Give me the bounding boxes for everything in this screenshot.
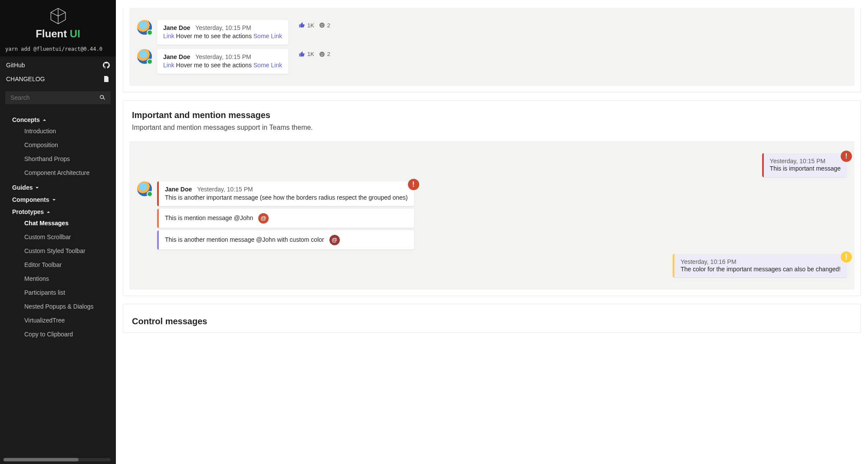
nav-item-participants-list[interactable]: Participants list xyxy=(0,286,116,299)
message-link[interactable]: Link xyxy=(163,33,174,39)
nav-item-introduction[interactable]: Introduction xyxy=(0,124,116,138)
chat-message: Jane Doe Yesterday, 10:15 PM Link Hover … xyxy=(137,49,847,74)
nav-group-concepts-label: Concepts xyxy=(12,116,40,123)
horizontal-scrollbar[interactable] xyxy=(3,458,111,461)
chat-bubble-mention[interactable]: This is mention message @John @ xyxy=(157,209,414,228)
message-link-2[interactable]: Some Link xyxy=(253,62,282,69)
search-input-wrap[interactable] xyxy=(5,91,111,104)
github-link[interactable]: GitHub xyxy=(0,58,116,72)
mention-badge-icon: @ xyxy=(258,213,269,224)
reaction-smile-count: 2 xyxy=(327,22,330,29)
install-command[interactable]: yarn add @fluentui/react@0.44.0 xyxy=(0,43,116,56)
reaction-smile[interactable]: 2 xyxy=(319,51,330,58)
chat-bubble-important[interactable]: Jane Doe Yesterday, 10:15 PM This is ano… xyxy=(157,181,414,206)
logo: Fluent UI xyxy=(5,7,111,40)
chat-message: Jane Doe Yesterday, 10:15 PM Link Hover … xyxy=(137,20,847,45)
changelog-link-label: CHANGELOG xyxy=(6,76,45,82)
avatar xyxy=(137,49,152,64)
chat-bubble-mention-custom[interactable]: This is another mention message @John wi… xyxy=(157,230,414,250)
message-body: Link Hover me to see the actions Some Li… xyxy=(163,61,282,69)
timestamp: Yesterday, 10:15 PM xyxy=(770,158,841,165)
product-name-a: Fluent xyxy=(36,28,67,39)
svg-point-5 xyxy=(322,53,323,54)
section-description: Important and mention messages support i… xyxy=(132,124,852,132)
nav-group-concepts[interactable]: Concepts xyxy=(0,112,116,124)
nav-item-component-architecture[interactable]: Component Architecture xyxy=(0,166,116,180)
section-title: Control messages xyxy=(132,316,852,326)
changelog-link[interactable]: CHANGELOG xyxy=(0,72,116,86)
message-text: This is important message xyxy=(770,165,841,173)
svg-point-4 xyxy=(321,53,322,54)
section-important-mention: Important and mention messages Important… xyxy=(123,100,861,296)
timestamp: Yesterday, 10:15 PM xyxy=(195,24,251,31)
message-link-2[interactable]: Some Link xyxy=(253,33,282,39)
nav-group-components[interactable]: Components xyxy=(0,192,116,204)
nav-item-copy-clipboard[interactable]: Copy to Clipboard xyxy=(0,327,116,341)
nav-item-mentions[interactable]: Mentions xyxy=(0,272,116,286)
nav-item-composition[interactable]: Composition xyxy=(0,138,116,152)
reaction-like-count: 1K xyxy=(307,51,314,57)
reaction-like[interactable]: 1K xyxy=(299,51,314,58)
nav-item-custom-styled-toolbar[interactable]: Custom Styled Toolbar xyxy=(0,244,116,258)
nav-item-nested-popups[interactable]: Nested Popups & Dialogs xyxy=(0,299,116,313)
github-icon xyxy=(103,62,110,69)
sidebar-nav: Concepts Introduction Composition Shorth… xyxy=(0,109,116,464)
message-link[interactable]: Link xyxy=(163,62,174,69)
search-container xyxy=(0,88,116,109)
smile-icon xyxy=(319,22,326,29)
message-text: This is another mention message @John wi… xyxy=(165,236,324,243)
mention-badge-icon: @ xyxy=(329,235,340,245)
svg-point-1 xyxy=(321,24,322,25)
author-name: Jane Doe xyxy=(163,53,190,60)
important-badge-icon: ! xyxy=(408,179,419,190)
svg-point-2 xyxy=(322,24,323,25)
reaction-like[interactable]: 1K xyxy=(299,22,314,29)
author-name: Jane Doe xyxy=(165,186,192,193)
important-badge-icon: ! xyxy=(841,151,852,162)
product-name: Fluent UI xyxy=(36,28,80,40)
github-link-label: GitHub xyxy=(6,62,25,69)
chat-bubble[interactable]: Jane Doe Yesterday, 10:15 PM Link Hover … xyxy=(157,49,288,74)
caret-up-icon xyxy=(43,118,46,122)
presence-badge xyxy=(147,59,153,65)
author-name: Jane Doe xyxy=(163,24,190,31)
sidebar-external-links: GitHub CHANGELOG xyxy=(0,56,116,88)
reactions: 1K 2 xyxy=(299,51,330,58)
caret-down-icon xyxy=(35,186,39,190)
nav-item-virtualized-tree[interactable]: VirtualizedTree xyxy=(0,313,116,327)
product-name-b: UI xyxy=(70,28,80,39)
chat-bubble-important-custom[interactable]: Yesterday, 10:16 PM The color for the im… xyxy=(673,254,847,278)
avatar xyxy=(137,181,152,196)
reaction-smile-count: 2 xyxy=(327,51,330,57)
nav-item-shorthand-props[interactable]: Shorthand Props xyxy=(0,152,116,166)
section-hover-messages: Jane Doe Yesterday, 10:15 PM Link Hover … xyxy=(123,8,861,92)
nav-group-guides[interactable]: Guides xyxy=(0,180,116,192)
nav-group-prototypes-label: Prototypes xyxy=(12,208,44,215)
nav-group-components-label: Components xyxy=(12,196,49,203)
chat-message-mine: Yesterday, 10:15 PM This is important me… xyxy=(137,153,847,177)
search-input[interactable] xyxy=(10,94,99,102)
thumb-up-icon xyxy=(299,51,306,58)
chat-bubble-important[interactable]: Yesterday, 10:15 PM This is important me… xyxy=(762,153,847,177)
svg-point-0 xyxy=(319,23,325,28)
svg-point-3 xyxy=(319,52,325,57)
file-icon xyxy=(103,76,110,82)
presence-badge xyxy=(147,191,153,197)
message-body: Link Hover me to see the actions Some Li… xyxy=(163,32,282,40)
caret-up-icon xyxy=(46,210,50,214)
chat-message-group: Jane Doe Yesterday, 10:15 PM This is ano… xyxy=(137,181,847,250)
caret-down-icon xyxy=(52,198,56,202)
nav-group-prototypes[interactable]: Prototypes xyxy=(0,204,116,216)
message-text: Hover me to see the actions xyxy=(174,62,253,69)
nav-item-editor-toolbar[interactable]: Editor Toolbar xyxy=(0,258,116,272)
horizontal-scrollbar-thumb[interactable] xyxy=(3,458,79,461)
reaction-smile[interactable]: 2 xyxy=(319,22,330,29)
thumb-up-icon xyxy=(299,22,306,29)
important-badge-icon: ! xyxy=(841,251,852,263)
sidebar: Fluent UI yarn add @fluentui/react@0.44.… xyxy=(0,0,116,464)
nav-group-guides-label: Guides xyxy=(12,184,33,191)
presence-badge xyxy=(147,30,153,36)
chat-bubble[interactable]: Jane Doe Yesterday, 10:15 PM Link Hover … xyxy=(157,20,288,45)
nav-item-chat-messages[interactable]: Chat Messages xyxy=(0,216,116,230)
nav-item-custom-scrollbar[interactable]: Custom Scrollbar xyxy=(0,230,116,244)
